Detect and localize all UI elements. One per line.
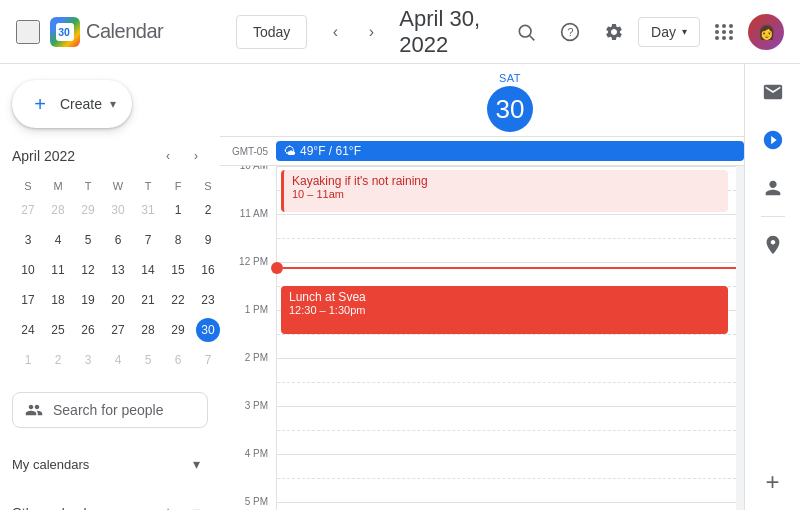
search-people-label: Search for people	[53, 402, 164, 418]
mini-cal-day[interactable]: 2	[194, 196, 220, 224]
svg-text:30: 30	[58, 25, 70, 37]
mini-cal-header: April 2022 ‹ ›	[12, 144, 208, 168]
mini-cal-day[interactable]: 13	[104, 256, 132, 284]
kayaking-title: Kayaking if it's not raining	[292, 174, 720, 188]
time-dot	[271, 262, 283, 274]
avatar[interactable]: 👩	[748, 14, 784, 50]
mini-cal-day[interactable]: 30	[104, 196, 132, 224]
mini-cal-day[interactable]: 7	[134, 226, 162, 254]
mini-cal-day[interactable]: 3	[14, 226, 42, 254]
top-bar: 30 Calendar Today ‹ › April 30, 2022 ? D…	[0, 0, 800, 64]
time-label: 11 AM	[240, 208, 268, 219]
day-number[interactable]: 30	[487, 86, 533, 132]
mini-cal-day[interactable]: 17	[14, 286, 42, 314]
my-calendars-header[interactable]: My calendars ▾	[12, 444, 208, 484]
create-button[interactable]: + Create ▾	[12, 80, 132, 128]
hour-line	[277, 214, 736, 215]
weather-event[interactable]: 🌤 49°F / 61°F	[276, 141, 744, 161]
view-selector[interactable]: Day ▾	[638, 17, 700, 47]
time-slot: 1 PM	[220, 310, 276, 358]
right-panel-divider	[761, 216, 785, 217]
mini-cal-day[interactable]: 4	[104, 346, 132, 374]
mail-panel-button[interactable]	[753, 72, 793, 112]
time-slot: 3 PM	[220, 406, 276, 454]
scrollbar[interactable]	[736, 166, 744, 510]
mini-cal-day[interactable]: 26	[74, 316, 102, 344]
mini-cal-day[interactable]: 5	[74, 226, 102, 254]
mini-cal-day[interactable]: 1	[164, 196, 192, 224]
lunch-event[interactable]: Lunch at Svea 12:30 – 1:30pm	[281, 286, 728, 334]
mini-cal-day[interactable]: 31	[134, 196, 162, 224]
other-calendars-chevron[interactable]: ▾	[184, 500, 208, 510]
mini-cal-day[interactable]: 15	[164, 256, 192, 284]
time-labels: 10 AM11 AM12 PM1 PM2 PM3 PM4 PM5 PM6 PM7…	[220, 166, 276, 510]
time-slot: 12 PM	[220, 262, 276, 310]
sidebar: + Create ▾ April 2022 ‹ › SMTWTFS 272829…	[0, 64, 220, 510]
mini-cal-day[interactable]: 25	[44, 316, 72, 344]
mini-cal-day[interactable]: 4	[44, 226, 72, 254]
mini-cal-day[interactable]: 8	[164, 226, 192, 254]
mini-cal-day[interactable]: 11	[44, 256, 72, 284]
mini-cal-day[interactable]: 23	[194, 286, 220, 314]
mini-cal-day[interactable]: 6	[104, 226, 132, 254]
prev-button[interactable]: ‹	[319, 16, 351, 48]
lunch-time: 12:30 – 1:30pm	[289, 304, 720, 316]
time-label: 3 PM	[245, 400, 268, 411]
mini-cal-title: April 2022	[12, 148, 75, 164]
mini-cal-day[interactable]: 6	[164, 346, 192, 374]
my-calendars-chevron[interactable]: ▾	[184, 452, 208, 476]
top-bar-right: ? Day ▾ 👩	[506, 12, 784, 52]
mini-cal-day[interactable]: 29	[74, 196, 102, 224]
mini-cal-day[interactable]: 20	[104, 286, 132, 314]
menu-button[interactable]	[16, 20, 40, 44]
help-button[interactable]: ?	[550, 12, 590, 52]
mini-cal-day[interactable]: 9	[194, 226, 220, 254]
mini-cal-day[interactable]: 22	[164, 286, 192, 314]
next-button[interactable]: ›	[355, 16, 387, 48]
mini-cal-day[interactable]: 29	[164, 316, 192, 344]
mini-cal-day[interactable]: 27	[14, 196, 42, 224]
contacts-panel-button[interactable]	[753, 168, 793, 208]
mini-cal-day[interactable]: 24	[14, 316, 42, 344]
top-bar-center: Today ‹ › April 30, 2022	[236, 6, 506, 58]
apps-button[interactable]	[704, 12, 744, 52]
mini-cal-day[interactable]: 16	[194, 256, 220, 284]
mini-cal-day[interactable]: 10	[14, 256, 42, 284]
search-people[interactable]: Search for people	[12, 392, 208, 428]
mini-cal-day[interactable]: 18	[44, 286, 72, 314]
mini-cal-day[interactable]: 1	[14, 346, 42, 374]
create-chevron-icon: ▾	[110, 97, 116, 111]
mini-cal-day[interactable]: 28	[44, 196, 72, 224]
add-panel-button[interactable]: +	[753, 462, 793, 502]
mini-cal-day[interactable]: 7	[194, 346, 220, 374]
mini-prev-button[interactable]: ‹	[156, 144, 180, 168]
mini-cal-day[interactable]: 14	[134, 256, 162, 284]
mini-cal-day[interactable]: 5	[134, 346, 162, 374]
kayaking-event[interactable]: Kayaking if it's not raining 10 – 11am	[281, 170, 728, 212]
mini-cal-weekday-header: S	[194, 178, 220, 194]
mini-cal-weekday-header: W	[104, 178, 132, 194]
mini-cal-day[interactable]: 3	[74, 346, 102, 374]
mini-cal-day[interactable]: 28	[134, 316, 162, 344]
time-slot: 4 PM	[220, 454, 276, 502]
mini-cal-day[interactable]: 12	[74, 256, 102, 284]
mini-cal-weekday-header: M	[44, 178, 72, 194]
add-other-calendar[interactable]: +	[156, 500, 180, 510]
hour-line	[277, 454, 736, 455]
maps-panel-button[interactable]	[753, 225, 793, 265]
other-calendars-icons: + ▾	[156, 500, 208, 510]
other-calendars-header[interactable]: Other calendars + ▾	[12, 492, 208, 510]
mini-cal-day[interactable]: 27	[104, 316, 132, 344]
tasks-panel-button[interactable]	[753, 120, 793, 160]
mini-cal-day[interactable]: 30	[194, 316, 220, 344]
time-gutter-header	[220, 64, 276, 136]
logo-icon: 30	[50, 17, 80, 47]
search-button[interactable]	[506, 12, 546, 52]
mini-cal-day[interactable]: 2	[44, 346, 72, 374]
mini-cal-day[interactable]: 21	[134, 286, 162, 314]
today-button[interactable]: Today	[236, 15, 307, 49]
settings-button[interactable]	[594, 12, 634, 52]
mini-cal-day[interactable]: 19	[74, 286, 102, 314]
hour-line	[277, 406, 736, 407]
mini-next-button[interactable]: ›	[184, 144, 208, 168]
